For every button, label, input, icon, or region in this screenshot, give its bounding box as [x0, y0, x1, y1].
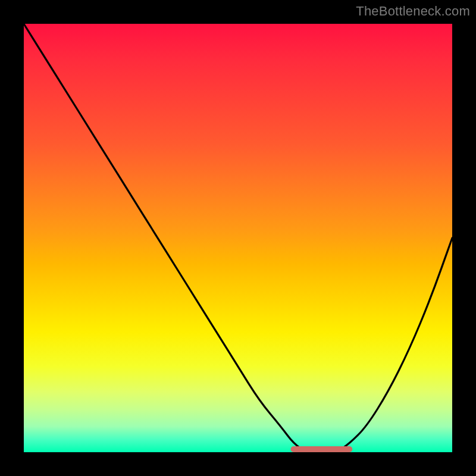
bottleneck-curve	[24, 24, 452, 452]
chart-frame: TheBottleneck.com	[0, 0, 476, 476]
curve-layer	[24, 24, 452, 452]
watermark-text: TheBottleneck.com	[356, 4, 470, 19]
